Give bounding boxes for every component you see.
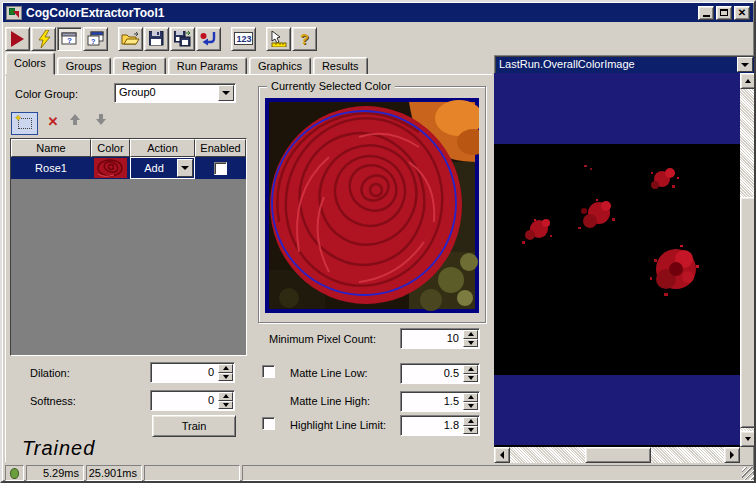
matte-high-label: Matte Line High:: [290, 395, 370, 407]
matte-high-spinner[interactable]: 1.5: [400, 391, 480, 412]
dilation-label: Dilation:: [30, 367, 70, 379]
scroll-left-button[interactable]: [494, 447, 510, 463]
arrow-up-icon: [70, 114, 80, 125]
tab-strip: Colors Groups Region Run Params Graphics…: [5, 52, 370, 75]
floppy-save-as-icon: [174, 31, 191, 47]
horizontal-scroll-thumb[interactable]: [585, 447, 651, 463]
spin-down-button[interactable]: [218, 401, 233, 410]
folder-open-icon: [121, 32, 140, 46]
dilation-spinner[interactable]: 0: [150, 362, 235, 383]
spin-up-button[interactable]: [463, 330, 478, 339]
run-continuous-button[interactable]: [31, 27, 56, 51]
spin-up-button[interactable]: [463, 393, 478, 402]
matte-low-checkbox[interactable]: [262, 365, 275, 378]
save-as-button[interactable]: [170, 27, 195, 51]
col-header-action[interactable]: Action: [130, 139, 195, 157]
min-pixel-label: Minimum Pixel Count:: [269, 333, 376, 345]
float-window-button[interactable]: ?: [83, 27, 108, 51]
status-panel-empty-1: [144, 465, 240, 481]
spin-up-button[interactable]: [218, 364, 233, 373]
reset-arrow-icon: [200, 31, 217, 46]
spin-up-button[interactable]: [218, 392, 233, 401]
close-button[interactable]: ✕: [734, 6, 750, 20]
tab-results[interactable]: Results: [313, 57, 368, 75]
help-button[interactable]: ?: [292, 27, 317, 51]
measure-button[interactable]: [266, 27, 291, 51]
vertical-scroll-thumb[interactable]: [740, 197, 756, 428]
scroll-up-button[interactable]: [740, 73, 756, 89]
train-button[interactable]: Train: [152, 415, 236, 437]
action-value: Add: [131, 162, 177, 174]
result-image-combo[interactable]: LastRun.OverallColorImage: [494, 55, 755, 74]
selected-color-image[interactable]: [265, 98, 479, 313]
result-image-display[interactable]: [494, 73, 740, 447]
scroll-right-button[interactable]: [724, 447, 740, 463]
spin-down-button[interactable]: [218, 373, 233, 382]
maximize-icon: [720, 9, 728, 16]
tab-graphics[interactable]: Graphics: [249, 57, 311, 75]
spin-down-button[interactable]: [463, 374, 478, 383]
col-header-color[interactable]: Color: [91, 139, 130, 157]
new-color-button[interactable]: ✦: [11, 112, 38, 135]
number-format-button[interactable]: 123: [231, 27, 256, 51]
chevron-down-icon[interactable]: [737, 57, 753, 72]
status-bar: 5.29ms 25.901ms: [5, 463, 755, 481]
tab-colors[interactable]: Colors: [5, 52, 55, 75]
chevron-down-icon[interactable]: [218, 85, 234, 101]
svg-text:?: ?: [91, 38, 95, 45]
run-button[interactable]: [5, 27, 30, 51]
vertical-scrollbar[interactable]: [740, 73, 756, 447]
color-group-value: Group0: [115, 84, 217, 102]
status-panel-empty-2: [242, 465, 755, 481]
action-dropdown-button[interactable]: [177, 159, 193, 177]
color-group-combo[interactable]: Group0: [114, 83, 236, 103]
close-icon: ✕: [738, 8, 746, 18]
dilation-value: 0: [151, 363, 217, 382]
arrow-right-icon: [730, 451, 734, 459]
spin-up-button[interactable]: [463, 365, 478, 374]
train-button-label: Train: [182, 420, 207, 432]
trained-status-text: Trained: [22, 437, 95, 460]
spin-down-button[interactable]: [463, 402, 478, 411]
highlight-limit-spinner[interactable]: 1.8: [400, 415, 480, 436]
min-pixel-spinner[interactable]: 10: [400, 328, 480, 349]
spin-up-button[interactable]: [463, 417, 478, 426]
spin-down-button[interactable]: [463, 339, 478, 348]
move-down-button[interactable]: [96, 114, 106, 125]
softness-spinner[interactable]: 0: [150, 390, 235, 411]
row-color-cell[interactable]: [91, 157, 130, 179]
minimize-button[interactable]: [698, 6, 714, 20]
delete-color-button[interactable]: ✕: [45, 114, 61, 130]
numbers-123-icon: 123: [234, 32, 253, 45]
open-file-button[interactable]: [118, 27, 143, 51]
title-bar[interactable]: CogColorExtractorTool1 ✕: [3, 3, 753, 22]
toggle-result-display-button[interactable]: ?: [57, 27, 82, 51]
tab-groups[interactable]: Groups: [57, 57, 111, 75]
tab-run-params[interactable]: Run Params: [168, 57, 247, 75]
highlight-limit-label: Highlight Line Limit:: [290, 419, 386, 431]
matte-low-value: 0.5: [401, 364, 462, 383]
check-icon: ✓: [216, 163, 225, 174]
arrow-down-icon: [96, 114, 106, 125]
table-row[interactable]: Rose1 Add ✓: [11, 157, 246, 179]
horizontal-scrollbar[interactable]: [494, 447, 740, 463]
arrow-up-icon: [745, 79, 751, 83]
col-header-name[interactable]: Name: [11, 139, 91, 157]
new-selection-icon: ✦: [18, 118, 32, 129]
highlight-limit-checkbox[interactable]: [262, 417, 275, 430]
arrow-down-icon: [745, 437, 751, 441]
row-name-cell[interactable]: Rose1: [11, 157, 91, 179]
tab-region[interactable]: Region: [113, 57, 166, 75]
move-up-button[interactable]: [70, 114, 80, 125]
reset-button[interactable]: [196, 27, 221, 51]
matte-low-spinner[interactable]: 0.5: [400, 363, 480, 384]
scroll-down-button[interactable]: [740, 431, 756, 447]
matte-low-label: Matte Line Low:: [290, 367, 368, 379]
spin-down-button[interactable]: [463, 426, 478, 435]
softness-label: Softness:: [30, 395, 76, 407]
maximize-button[interactable]: [716, 6, 732, 20]
resize-grip[interactable]: [742, 467, 755, 480]
save-button[interactable]: [144, 27, 169, 51]
col-header-enabled[interactable]: Enabled: [195, 139, 246, 157]
enabled-checkbox[interactable]: ✓: [214, 162, 227, 175]
